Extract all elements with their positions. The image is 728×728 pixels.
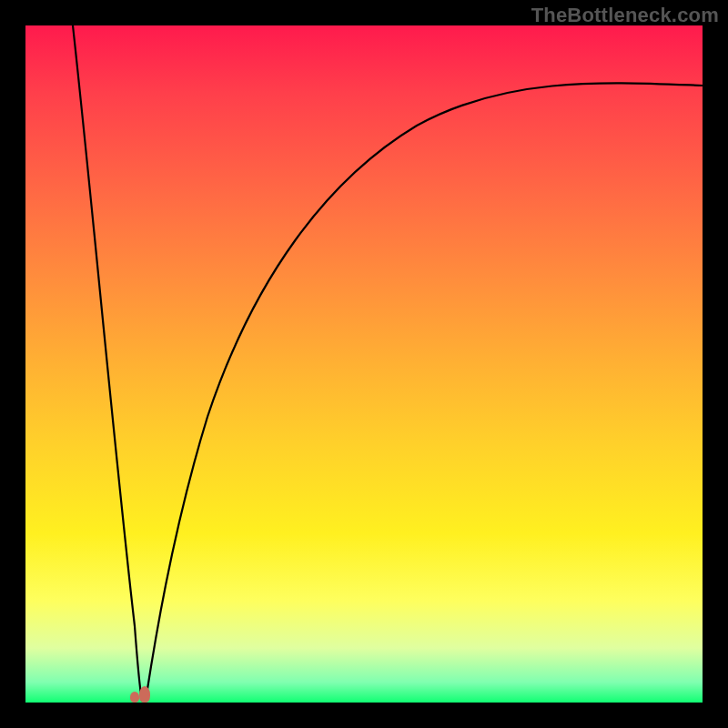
watermark-text: TheBottleneck.com [531, 4, 719, 27]
outer-frame: TheBottleneck.com [0, 0, 728, 728]
curve-left-branch [73, 25, 142, 701]
curve-layer [25, 25, 703, 703]
plot-area [25, 25, 703, 703]
minimum-marker [130, 686, 152, 704]
curve-right-branch [146, 83, 703, 701]
